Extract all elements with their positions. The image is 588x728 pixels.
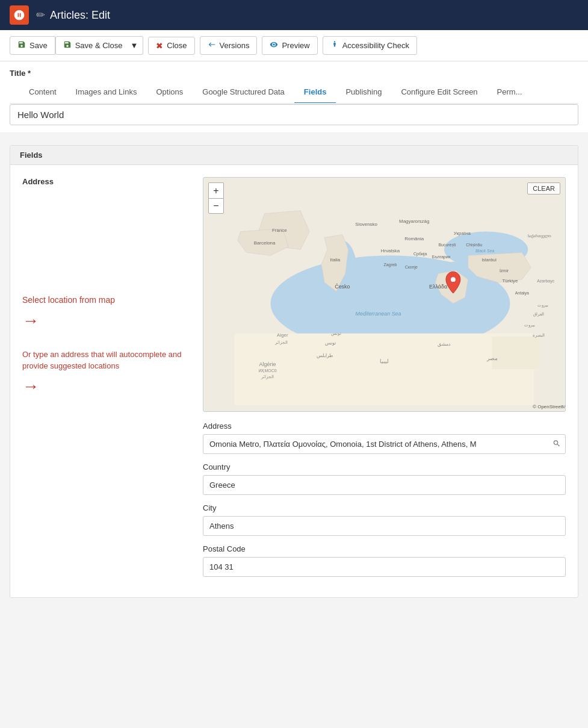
map-zoom-controls: + − bbox=[208, 182, 224, 214]
map-clear-button[interactable]: CLEAR bbox=[527, 182, 560, 194]
svg-text:Скопје: Скопје bbox=[405, 265, 418, 270]
navbar: ✏ Articles: Edit bbox=[0, 0, 588, 30]
preview-button[interactable]: Preview bbox=[262, 36, 317, 55]
svg-text:Antalya: Antalya bbox=[515, 291, 529, 296]
versions-icon bbox=[208, 40, 216, 51]
title-section: Title * Content Images and Links Options… bbox=[0, 61, 588, 133]
tab-images-links[interactable]: Images and Links bbox=[66, 81, 147, 104]
accessibility-button[interactable]: Accessibility Check bbox=[323, 36, 417, 55]
svg-text:طرابلس: طرابلس bbox=[317, 353, 333, 358]
address-label: Address bbox=[22, 177, 191, 186]
svg-text:Ελλάδα: Ελλάδα bbox=[429, 284, 447, 290]
pencil-icon: ✏ bbox=[36, 8, 45, 22]
tabs-bar: Content Images and Links Options Google … bbox=[10, 81, 578, 104]
svg-text:تونس: تونس bbox=[325, 340, 336, 346]
svg-text:საქართველო: საქართველო bbox=[528, 234, 551, 238]
svg-text:İzmir: İzmir bbox=[500, 268, 509, 273]
svg-text:Azarbayc: Azarbayc bbox=[537, 279, 555, 284]
fields-panel-header: Fields bbox=[10, 146, 578, 165]
city-input[interactable] bbox=[203, 516, 566, 536]
accessibility-icon bbox=[330, 40, 339, 51]
svg-text:Algérie: Algérie bbox=[259, 361, 276, 367]
svg-text:Slovensko: Slovensko bbox=[355, 222, 377, 227]
svg-text:دمشق: دمشق bbox=[438, 341, 451, 347]
svg-text:ИҲМОС0: ИҲМОС0 bbox=[258, 369, 276, 373]
map-wrapper[interactable]: + − CLEAR bbox=[203, 177, 566, 412]
svg-text:București: București bbox=[438, 243, 456, 247]
address-left-column: Address Select location from map → Or ty… bbox=[22, 177, 191, 396]
versions-button[interactable]: Versions bbox=[200, 36, 258, 55]
svg-text:Mediterranean Sea: Mediterranean Sea bbox=[356, 311, 401, 317]
title-input[interactable] bbox=[10, 104, 578, 125]
svg-text:Italia: Italia bbox=[330, 257, 341, 263]
tab-google-structured[interactable]: Google Structured Data bbox=[193, 81, 294, 104]
svg-text:Istanbul: Istanbul bbox=[481, 258, 497, 262]
map-container: + − CLEAR bbox=[203, 177, 566, 585]
map-svg: Mediterranean Sea Black Sea France Barce… bbox=[203, 178, 565, 411]
tab-configure-edit[interactable]: Configure Edit Screen bbox=[391, 81, 487, 104]
content-area: Fields Address Select location from map … bbox=[0, 133, 588, 610]
zoom-out-button[interactable]: − bbox=[208, 198, 224, 214]
svg-point-46 bbox=[451, 277, 456, 282]
svg-text:الجزائر: الجزائر bbox=[261, 375, 274, 379]
country-input[interactable] bbox=[203, 475, 566, 495]
fields-panel-body: Address Select location from map → Or ty… bbox=[10, 165, 578, 597]
svg-text:Hrvatska: Hrvatska bbox=[381, 248, 400, 254]
zoom-in-button[interactable]: + bbox=[208, 182, 224, 198]
svg-text:Česko: Česko bbox=[335, 284, 350, 290]
svg-text:Украïна: Украïна bbox=[454, 231, 471, 236]
city-form-group: City bbox=[203, 503, 566, 536]
tab-perm[interactable]: Perm... bbox=[487, 81, 532, 104]
postal-label: Postal Code bbox=[203, 544, 566, 553]
page-title: ✏ Articles: Edit bbox=[36, 8, 110, 22]
autocomplete-text: Or type an address that will autocomplet… bbox=[22, 349, 191, 372]
tab-content[interactable]: Content bbox=[19, 81, 66, 104]
svg-text:البصرة: البصرة bbox=[533, 333, 545, 338]
svg-text:ليبيا: ليبيا bbox=[380, 358, 389, 364]
tab-fields[interactable]: Fields bbox=[294, 81, 336, 104]
close-icon: ✖ bbox=[156, 41, 163, 51]
address-row: Address Select location from map → Or ty… bbox=[22, 177, 566, 585]
save-close-icon bbox=[63, 40, 72, 51]
svg-text:العراق: العراق bbox=[533, 312, 544, 317]
save-dropdown-button[interactable]: ▼ bbox=[125, 36, 143, 55]
svg-text:الجزائر: الجزائر bbox=[274, 340, 288, 345]
svg-text:Magyarország: Magyarország bbox=[399, 219, 429, 224]
svg-text:Chișinău: Chișinău bbox=[466, 243, 482, 247]
title-label: Title * bbox=[10, 69, 578, 78]
country-form-group: Country bbox=[203, 462, 566, 495]
svg-text:مصر: مصر bbox=[486, 355, 498, 362]
svg-text:България: България bbox=[432, 255, 451, 260]
svg-text:România: România bbox=[404, 236, 424, 241]
save-close-button[interactable]: Save & Close bbox=[55, 36, 131, 55]
postal-input[interactable] bbox=[203, 557, 566, 577]
svg-text:بيروت: بيروت bbox=[524, 323, 535, 328]
address-input-wrapper bbox=[203, 434, 566, 454]
svg-text:تونس: تونس bbox=[331, 331, 341, 336]
tab-options[interactable]: Options bbox=[146, 81, 193, 104]
preview-icon bbox=[270, 40, 278, 51]
svg-text:Türkiye: Türkiye bbox=[502, 278, 518, 284]
joomla-logo bbox=[10, 5, 29, 25]
svg-text:Alger: Alger bbox=[277, 332, 288, 338]
country-label: Country bbox=[203, 462, 566, 471]
arrow-right-icon-2: → bbox=[22, 377, 191, 396]
form-fields: Address Country bbox=[203, 422, 566, 577]
svg-text:Zagreb: Zagreb bbox=[383, 263, 397, 267]
close-button[interactable]: ✖ Close bbox=[148, 37, 194, 55]
select-location-text: Select location from map bbox=[22, 294, 191, 306]
toolbar: Save Save & Close ▼ ✖ Close Versions Pre… bbox=[0, 30, 588, 61]
tab-publishing[interactable]: Publishing bbox=[336, 81, 391, 104]
svg-text:France: France bbox=[272, 228, 287, 233]
address-input[interactable] bbox=[203, 434, 566, 454]
arrow-right-icon: → bbox=[22, 311, 191, 331]
address-form-group: Address bbox=[203, 422, 566, 454]
city-label: City bbox=[203, 503, 566, 512]
save-button-group: Save Save & Close ▼ bbox=[10, 36, 143, 55]
postal-form-group: Postal Code bbox=[203, 544, 566, 577]
svg-text:Сpбиja: Сpбиja bbox=[413, 252, 427, 257]
svg-text:بيروت: بيروت bbox=[537, 303, 548, 308]
address-form-label: Address bbox=[203, 422, 566, 431]
save-button[interactable]: Save bbox=[10, 36, 55, 55]
address-search-button[interactable] bbox=[552, 439, 561, 449]
